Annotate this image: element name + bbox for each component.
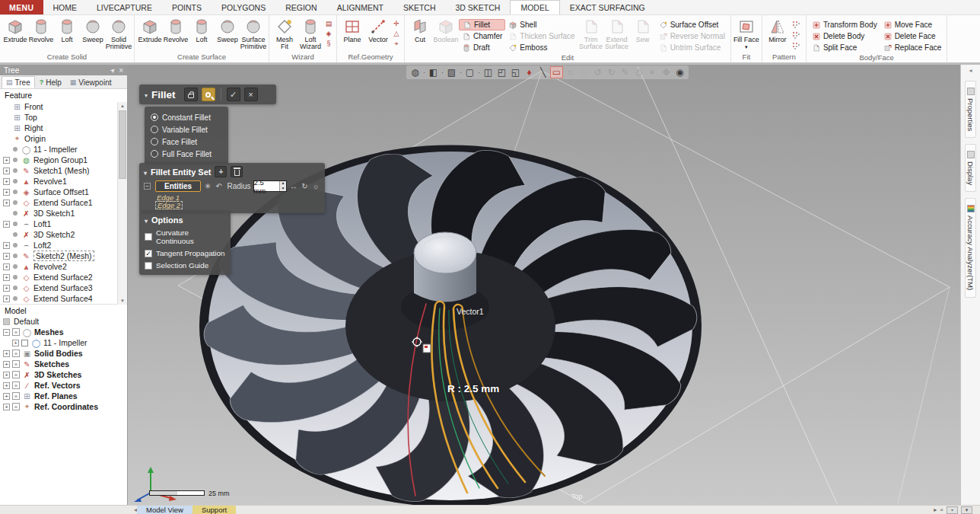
shaded-view-cube-icon[interactable]: ◧ [427, 66, 440, 78]
tree-item-impeller-mesh[interactable]: ◯11 - Impeller [0, 337, 127, 348]
tree-item-extend-surface1[interactable]: ◇Extend Surface1 [0, 197, 127, 208]
collapse-caret-icon[interactable] [144, 168, 147, 177]
option-curvature-continuous[interactable]: Curvature Continuous [145, 228, 225, 245]
tree-item-meshes[interactable]: ◯Meshes [0, 327, 127, 337]
revolve-solid-button[interactable]: Revolve [28, 17, 54, 43]
expander[interactable] [12, 340, 19, 346]
expand-icon[interactable]: ▸ [934, 506, 937, 513]
collapse-strip-icon[interactable]: ◂ [969, 67, 972, 75]
delete-face-button[interactable]: Delete Face [880, 30, 945, 42]
reverse-normal-button[interactable]: Reverse Normal [656, 30, 728, 42]
extrude-solid-button[interactable]: Extrude [2, 17, 28, 43]
tree-item-solid-bodies[interactable]: ▣Solid Bodies [0, 348, 127, 359]
lasso-select-icon[interactable]: ↻ [605, 66, 618, 78]
tree-item-ref-coordinates[interactable]: ⌖Ref. Coordinates [0, 401, 127, 412]
expander[interactable] [3, 178, 10, 185]
trim-surface-button[interactable]: Trim Surface [578, 17, 604, 51]
visibility-icon[interactable] [12, 392, 20, 400]
clip-plane-1-icon[interactable]: ◰ [495, 66, 508, 78]
boolean-button[interactable]: Boolean [433, 17, 459, 43]
ref-point-icon[interactable]: ✛ [392, 20, 401, 28]
visibility-icon[interactable] [12, 328, 20, 336]
circular-pattern-icon[interactable] [791, 30, 800, 40]
tab-help[interactable]: ?Help [36, 76, 65, 88]
radio-full-face-fillet[interactable]: Full Face Fillet [151, 148, 222, 160]
scroll-down-icon[interactable]: ▼ [118, 297, 127, 305]
tab-model[interactable]: MODEL [510, 0, 559, 14]
solid-primitive-button[interactable]: Solid Primitive [106, 17, 132, 51]
expander[interactable] [3, 382, 10, 389]
scroll-up-icon[interactable]: ▲ [118, 102, 127, 110]
menu-button[interactable]: MENU [0, 0, 43, 14]
expander[interactable] [3, 221, 10, 228]
fillet-button[interactable]: Fillet [459, 19, 505, 30]
expander[interactable] [3, 285, 10, 292]
impeller-model[interactable] [128, 65, 960, 505]
viewport-3d[interactable]: ◍ ◧ ▧ ▢ ◫ ◰ ◱ ♦ ╲ ▭ ○ ◌ ↺ ↻ ✎ ◇ ⌖ ✥ ◉ Fi… [128, 65, 960, 505]
expander[interactable] [3, 404, 10, 410]
expander[interactable] [3, 242, 10, 249]
expander[interactable] [3, 253, 10, 260]
line-select-icon[interactable]: ╲ [536, 66, 549, 78]
tree-item-origin[interactable]: ⌖Origin [0, 133, 127, 144]
tab-support[interactable]: Support [192, 506, 236, 514]
edge-list-item-1[interactable]: Edge 1 [155, 194, 181, 201]
tab-accuracy-analyzer[interactable]: Accuracy Analyzer(TM) [965, 198, 976, 297]
chamfer-button[interactable]: Chamfer [459, 30, 505, 42]
polyline-select-icon[interactable]: ◌ [578, 66, 590, 78]
surface-offset-button[interactable]: Surface Offset [656, 19, 728, 30]
more-icon[interactable]: ▾ [961, 506, 972, 514]
radius-ruler-icon[interactable]: ↔ [289, 182, 298, 190]
sketch-wizard-icon[interactable]: ▤ [324, 20, 333, 28]
option-selection-guide[interactable]: Selection Guide [145, 261, 225, 270]
tree-item-revolve2[interactable]: ▲Revolve2 [0, 261, 127, 272]
lock-icon[interactable] [184, 88, 198, 101]
vector-button[interactable]: Vector [365, 17, 391, 43]
radio-variable-fillet[interactable]: Variable Fillet [151, 123, 222, 136]
textured-view-cube-icon[interactable]: ▧ [445, 66, 458, 78]
thicken-surface-button[interactable]: Thicken Surface [505, 30, 578, 42]
tree-item-surface-offset1[interactable]: ◈Surface Offset1 [0, 187, 127, 197]
circle-select-icon[interactable]: ○ [564, 66, 577, 78]
tab-alignment[interactable]: ALIGNMENT [327, 0, 393, 14]
split-face-button[interactable]: Split Face [809, 42, 880, 53]
expander[interactable] [3, 157, 10, 164]
dock-icon[interactable]: ▪ [947, 506, 958, 514]
paint-select-icon[interactable]: ✎ [619, 66, 632, 78]
tree-item-3d-sketch2[interactable]: ✗3D Sketch2 [0, 229, 127, 240]
visibility-icon[interactable] [12, 350, 20, 357]
tree-item-default[interactable]: Default [0, 316, 127, 327]
edge-list-item-2[interactable]: Edge 2 [155, 201, 183, 209]
clip-plane-2-icon[interactable]: ◱ [509, 66, 522, 78]
tab-tree[interactable]: ▤Tree [2, 76, 35, 88]
tree-item-extend-surface3[interactable]: ◇Extend Surface3 [0, 283, 127, 293]
tree-item-revolve1[interactable]: ▲Revolve1 [0, 176, 127, 187]
move-face-button[interactable]: Move Face [880, 19, 945, 30]
expander[interactable] [3, 393, 10, 400]
expander[interactable] [3, 189, 10, 196]
region-wizard-icon[interactable]: ◈ [324, 30, 333, 38]
ref-polygon-icon[interactable]: △ [392, 30, 401, 38]
fill-face-button[interactable]: Fill Face [733, 17, 759, 51]
plane-button[interactable]: Plane [339, 17, 365, 43]
tree-item-loft1[interactable]: ⌢Loft1 [0, 219, 127, 229]
tree-item-3d-sketches[interactable]: ✗3D Sketches [0, 369, 127, 380]
mesh-fit-button[interactable]: Mesh Fit [272, 17, 298, 51]
collapse-caret-icon[interactable] [145, 90, 148, 99]
option-tangent-propagation[interactable]: Tangent Propagation [145, 249, 225, 257]
tab-3d-sketch[interactable]: 3D SKETCH [445, 0, 510, 14]
tree-item-3d-sketch1[interactable]: ✗3D Sketch1 [0, 208, 127, 219]
expander[interactable] [3, 350, 10, 357]
cancel-icon[interactable]: × [244, 88, 258, 101]
surface-primitive-button[interactable]: Surface Primitive [240, 17, 266, 51]
tree-item-ref-planes[interactable]: ⊞Ref. Planes [0, 391, 127, 401]
tab-polygons[interactable]: POLYGONS [212, 0, 275, 14]
tree-item-extend-surface2[interactable]: ◇Extend Surface2 [0, 272, 127, 283]
tab-sketch[interactable]: SKETCH [393, 0, 446, 14]
confirm-icon[interactable]: ✓ [227, 88, 240, 101]
undo-icon[interactable]: ↶ [215, 182, 224, 190]
tree-item-right[interactable]: ⊞Right [0, 123, 127, 133]
tree-item-sketch2-selected[interactable]: ✎Sketch2 (Mesh) [0, 251, 127, 261]
radio-constant-fillet[interactable]: Constant Fillet [151, 111, 222, 123]
radius-input[interactable]: 2.5 mm▲▼ [253, 180, 287, 192]
